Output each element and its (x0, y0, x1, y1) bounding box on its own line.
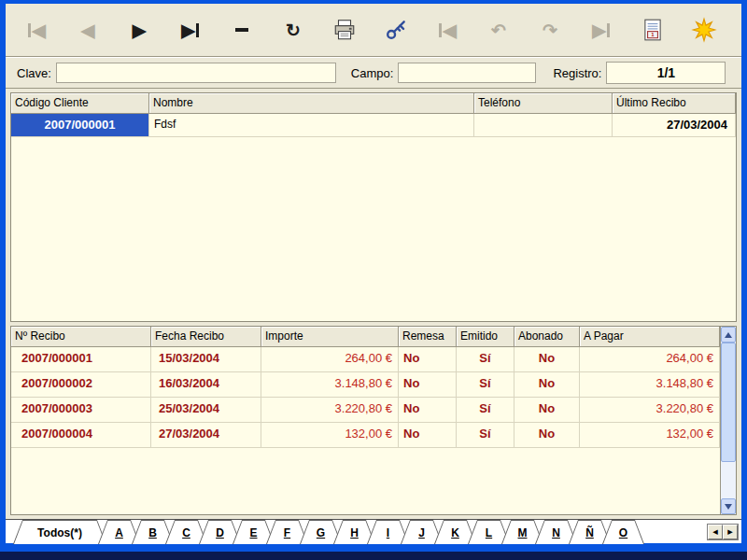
receipt-cell-abonado[interactable]: No (514, 347, 580, 372)
icon-glyph: ↷ (543, 21, 557, 39)
tab-label: Todos(*) (14, 521, 106, 544)
receipt-cell-a-pagar[interactable]: 3.220,80 € (580, 398, 720, 423)
column-header-abonado[interactable]: Abonado (514, 327, 580, 347)
scroll-thumb[interactable] (721, 343, 736, 462)
receipt-cell-emitido[interactable]: Sí (457, 372, 514, 398)
tab-o[interactable]: O (602, 520, 644, 544)
receipt-cell-importe[interactable]: 264,00 € (261, 347, 399, 372)
receipt-cell-a-pagar[interactable]: 132,00 € (580, 423, 720, 448)
receipt-cell-abonado[interactable]: No (514, 398, 580, 423)
column-header-a-pagar[interactable]: A Pagar (580, 327, 720, 347)
receipt-cell-fecha-recibo[interactable]: 25/03/2004 (151, 398, 261, 423)
receipts-grid-rows: 2007/00000115/03/2004264,00 €NoSíNo264,0… (11, 347, 720, 448)
tab-scroll-left-button[interactable]: ◂ (708, 525, 723, 539)
icon-glyph: ◀ (81, 21, 95, 39)
icon-bar (607, 23, 610, 37)
sun-icon[interactable] (690, 14, 718, 46)
prior-record-icon: ◀ (74, 14, 102, 46)
last-record-icon[interactable]: ▶ (176, 14, 204, 46)
client-cell-nombre[interactable]: Fdsf (149, 114, 474, 137)
redo-icon: ↷ (536, 14, 564, 46)
icon-bar (28, 23, 31, 37)
column-header-codigo-cliente[interactable]: Código Cliente (11, 93, 149, 114)
receipt-cell-n-recibo[interactable]: 2007/000002 (11, 372, 151, 398)
nav-last-icon: ▶ (587, 14, 615, 46)
undo-icon: ↶ (485, 14, 513, 46)
column-header-ultimo-recibo[interactable]: Último Recibo (613, 93, 736, 114)
receipt-row[interactable]: 2007/00000216/03/20043.148,80 €NoSíNo3.1… (11, 372, 720, 398)
delete-record-icon[interactable] (228, 14, 256, 46)
clients-grid-empty-area (11, 137, 736, 321)
receipt-cell-n-recibo[interactable]: 2007/000001 (11, 347, 151, 372)
receipt-cell-emitido[interactable]: Sí (457, 423, 514, 448)
tab-scroll-right-button[interactable]: ▸ (723, 525, 738, 539)
tab-scroller: ◂ ▸ (707, 524, 739, 540)
campo-label: Campo: (351, 66, 394, 80)
tab-todos[interactable]: Todos(*) (13, 520, 106, 544)
receipt-cell-importe[interactable]: 132,00 € (261, 423, 399, 448)
icon-glyph: ↶ (491, 21, 506, 39)
receipts-grid-header: Nº ReciboFecha ReciboImporteRemesaEmitid… (11, 327, 720, 347)
receipt-cell-abonado[interactable]: No (514, 372, 580, 398)
icon-glyph: ▶ (133, 21, 147, 39)
receipt-row[interactable]: 2007/00000427/03/2004132,00 €NoSíNo132,0… (11, 423, 720, 448)
filter-bar: Clave: Campo: Registro: 1/1 (6, 57, 741, 89)
receipt-cell-a-pagar[interactable]: 3.148,80 € (580, 372, 720, 398)
app-window: ◀◀▶▶↻◀↶↷▶1 Clave: Campo: Registro: 1/1 C… (6, 4, 741, 543)
icon-glyph: ▶ (181, 21, 195, 39)
key-icon[interactable] (382, 14, 410, 46)
scroll-up-button[interactable] (721, 327, 736, 343)
column-header-importe[interactable]: Importe (261, 327, 399, 347)
column-header-fecha-recibo[interactable]: Fecha Recibo (151, 327, 261, 347)
receipt-cell-remesa[interactable]: No (399, 372, 457, 398)
icon-glyph: ↻ (286, 21, 301, 39)
receipt-cell-n-recibo[interactable]: 2007/000003 (11, 398, 151, 423)
client-cell-codigo-cliente[interactable]: 2007/000001 (11, 114, 149, 137)
receipt-cell-abonado[interactable]: No (514, 423, 580, 448)
receipts-grid-empty-area (11, 448, 720, 514)
receipt-cell-remesa[interactable]: No (399, 423, 457, 448)
receipt-cell-n-recibo[interactable]: 2007/000004 (11, 423, 151, 448)
receipt-cell-emitido[interactable]: Sí (457, 347, 514, 372)
down-arrow-icon (725, 504, 732, 510)
receipts-scrollbar[interactable] (720, 327, 736, 514)
column-header-n-recibo[interactable]: Nº Recibo (11, 327, 151, 347)
print-icon[interactable] (331, 14, 359, 46)
registro-label: Registro: (553, 66, 601, 80)
refresh-icon[interactable]: ↻ (279, 14, 307, 46)
campo-input[interactable] (398, 63, 536, 83)
receipt-cell-importe[interactable]: 3.148,80 € (261, 372, 399, 398)
report-icon[interactable]: 1 (639, 14, 667, 46)
receipts-grid: Nº ReciboFecha ReciboImporteRemesaEmitid… (10, 326, 737, 515)
receipt-cell-importe[interactable]: 3.220,80 € (261, 398, 399, 423)
receipt-cell-emitido[interactable]: Sí (457, 398, 514, 423)
column-header-telefono[interactable]: Teléfono (474, 93, 613, 114)
scroll-down-button[interactable] (721, 498, 736, 514)
receipt-row[interactable]: 2007/00000325/03/20043.220,80 €NoSíNo3.2… (11, 398, 720, 423)
icon-glyph: ▶ (592, 21, 606, 39)
receipt-cell-fecha-recibo[interactable]: 15/03/2004 (151, 347, 261, 372)
column-header-remesa[interactable]: Remesa (399, 327, 457, 347)
clave-label: Clave: (17, 66, 51, 80)
receipt-cell-remesa[interactable]: No (399, 347, 457, 372)
receipt-cell-fecha-recibo[interactable]: 16/03/2004 (151, 372, 261, 398)
client-cell-ultimo-recibo[interactable]: 27/03/2004 (613, 114, 736, 137)
toolbar: ◀◀▶▶↻◀↶↷▶1 (6, 4, 741, 57)
column-header-nombre[interactable]: Nombre (149, 93, 474, 114)
client-row[interactable]: 2007/000001Fdsf27/03/2004 (11, 114, 736, 137)
clients-grid-rows: 2007/000001Fdsf27/03/2004 (11, 114, 736, 137)
receipt-cell-remesa[interactable]: No (399, 398, 457, 423)
tab-label: O (603, 521, 643, 544)
clients-grid-header: Código ClienteNombreTeléfonoÚltimo Recib… (11, 93, 736, 114)
clave-input[interactable] (56, 63, 336, 83)
receipt-cell-fecha-recibo[interactable]: 27/03/2004 (151, 423, 261, 448)
next-record-icon[interactable]: ▶ (125, 14, 153, 46)
receipt-cell-a-pagar[interactable]: 264,00 € (580, 347, 720, 372)
icon-bar (196, 23, 199, 37)
receipt-row[interactable]: 2007/00000115/03/2004264,00 €NoSíNo264,0… (11, 347, 720, 372)
client-cell-telefono[interactable] (474, 114, 613, 137)
up-arrow-icon (725, 332, 732, 338)
column-header-emitido[interactable]: Emitido (457, 327, 514, 347)
tab-bar: Todos(*)ABCDEFGHIJKLMNÑO ◂ ▸ (6, 519, 741, 543)
tabs-container: Todos(*)ABCDEFGHIJKLMNÑO (13, 520, 636, 543)
